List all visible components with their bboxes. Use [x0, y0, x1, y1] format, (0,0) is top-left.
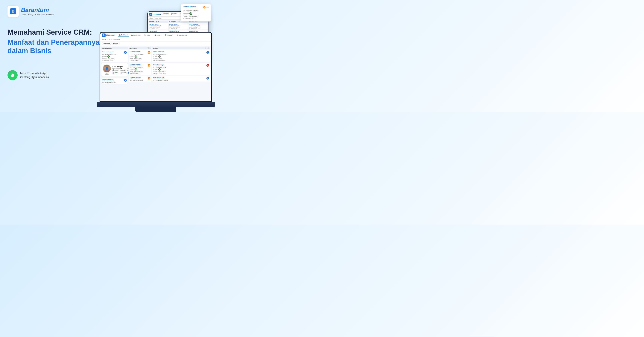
agent-team: TeamJakarta [105, 73, 109, 75]
brand-tagline: CRM, Chats, & Call Center Software [21, 14, 54, 16]
agent-avatar: 👤 [103, 64, 111, 72]
tablet-logo: B Barantum [149, 13, 161, 16]
breadcrumb-icon: ⊞ [109, 39, 110, 40]
ticket-ip2-badge: FW [148, 64, 150, 66]
ticket-bottom-1: 6285730933317 2D ID : TICKETS-13576878 [102, 78, 128, 84]
tablet-card-6: 6285710950378 ID : TICKETS-12874214 Owne… [188, 23, 208, 30]
brand-name: Barantum [21, 7, 54, 13]
fc-top-row: Kendala koneksi FW ⋯ [183, 6, 209, 9]
headline-line1: Memahami Service CRM: [8, 28, 105, 37]
crm-subheader: Tickets › ⊞ › Tickets Grid [100, 38, 211, 42]
tablet-logo-text: Barantum [153, 13, 161, 15]
floating-ticket-card: Kendala koneksi FW ⋯ ID : TICKETS-135279… [181, 4, 211, 22]
svg-text:B: B [12, 9, 14, 13]
laptop-crm-interface: B Barantum 🏠 Dashboard 👥 Customers ▾ 📋 A… [100, 32, 211, 101]
fc-contacts: Contacts FW [183, 12, 209, 15]
breadcrumb-grid: Tickets Grid [113, 39, 120, 40]
wa-badge: Mitra Resmi WhatsApp Centang Hijau Indon… [8, 70, 105, 80]
fc-ticket-title: Kendala koneksi [183, 6, 196, 8]
channel-1: 20/100 [112, 72, 119, 74]
logo-area: B Barantum CRM, Chats, & Call Center Sof… [8, 6, 105, 17]
tablet-card-3: 6285747936379 ID : TICKETS-13527944 Owne… [169, 23, 188, 30]
logo-icon: B [8, 6, 19, 17]
headline-line2: Manfaat dan Penerapannya [8, 38, 105, 47]
logo-text-area: Barantum CRM, Chats, & Call Center Softw… [21, 7, 54, 16]
left-column: Kendala Log In Kendala Log In 2D ID : TI… [102, 47, 128, 100]
nav-omni[interactable]: 📡 Omnichannels [176, 34, 188, 36]
started-column: Started 13 Data 6285710950378 2 ID : TIC… [152, 47, 210, 100]
ticket-ip3-badge: FW [148, 77, 150, 80]
wa-line2: Centang Hijau Indonesia [20, 75, 49, 79]
nav-presales[interactable]: 🎯 Pre-Sales ▾ [164, 34, 174, 36]
crm-logo-text: Barantum [106, 34, 115, 36]
tablet-nav-dashboard[interactable]: Dashboard [162, 12, 170, 16]
agent-card: 👤 TeamJakarta Andi Hutapea Open Tickets … [102, 63, 128, 76]
nav-activity[interactable]: 📋 Activity ▾ [143, 34, 152, 36]
ticket1-badge: 2D [124, 51, 127, 54]
everyone-select[interactable]: Everyone ▾ [102, 43, 111, 45]
whatsapp-icon [8, 70, 18, 80]
default-select[interactable]: Default ▾ [112, 43, 119, 45]
inprogress-column: In Progress 7 Data 6285747936379 FW ID :… [129, 47, 151, 100]
fc-owner: Owner : Demo Sales 2 [183, 16, 209, 18]
tablet-breadcrumb-grid: Tickets Grid [155, 18, 161, 19]
nav-deals[interactable]: 💼 Deals ▾ [154, 34, 162, 36]
laptop-stand [135, 107, 176, 112]
crm-toolbar: Everyone ▾ Default ▾ [100, 42, 211, 46]
tablet-nav-customers[interactable]: Customers ▾ [171, 12, 178, 16]
crm-body: Kendala Log In Kendala Log In 2D ID : TI… [100, 46, 211, 101]
nav-dashboard[interactable]: 🏠 Dashboard [118, 34, 129, 36]
wa-text: Mitra Resmi WhatsApp Centang Hijau Indon… [20, 71, 49, 79]
ticket-inprogress-3: 6285171561658 FW ID : TICKETS-13253692 [129, 76, 151, 82]
ticket-ip1-badge: FW [148, 51, 150, 54]
default-label: Default [113, 43, 117, 44]
crm-logo-icon: B [102, 34, 106, 37]
tablet-card-1: Kendala Log In ID : TICKETS-13597564 Own… [149, 23, 168, 30]
ticket-inprogress-1: 6285747936379 FW ID : TICKETS-13527944 C… [129, 50, 151, 62]
ticket-started-1: 6285710950378 2 ID : TICKETS-12874214 Co… [152, 50, 210, 62]
tablet-breadcrumb-tickets: Tickets [149, 18, 153, 19]
fc-ticket-id: ID : TICKETS-13527944 [183, 10, 209, 12]
ticket-s3-badge: DT [206, 77, 209, 80]
fc-menu-dots[interactable]: ⋯ [206, 6, 209, 9]
left-section: B Barantum CRM, Chats, & Call Center Sof… [8, 0, 105, 112]
channel-2: 13/100 [120, 72, 126, 74]
fc-date: 31 May 2024 14:17 [183, 18, 209, 20]
fc-avatar: FW [203, 6, 206, 8]
headline-line3: dalam Bisnis [8, 46, 105, 55]
laptop-device: B Barantum 🏠 Dashboard 👥 Customers ▾ 📋 A… [97, 32, 215, 112]
wa-line1: Mitra Resmi WhatsApp [20, 71, 49, 75]
ticket-inprogress-2: 62895384785503 FW ID : TICKETS-13302129 … [129, 63, 151, 75]
ticket-bottom1-badge: 2D [124, 79, 127, 82]
fc-contacts-avatar: FW [190, 12, 192, 15]
tablet-col1-header: Kendala Log In [149, 20, 168, 23]
ticket-s2-badge: RD [206, 64, 209, 66]
crm-logo: B Barantum [102, 34, 115, 37]
tablet-logo-icon: B [149, 13, 152, 16]
ticket-s1-badge: 2 [206, 51, 209, 54]
laptop-screen: B Barantum 🏠 Dashboard 👥 Customers ▾ 📋 A… [100, 32, 212, 102]
col-kendalalogin-header: Kendala Log In [102, 47, 128, 50]
col-inprogress-header: In Progress 7 Data [129, 47, 151, 50]
right-section: Kendala koneksi FW ⋯ ID : TICKETS-135279… [95, 0, 215, 112]
breadcrumb-tickets: Tickets [102, 39, 106, 40]
ticket-started-2: tidak bisa login RD ID : TICKETS-1277074… [152, 63, 210, 75]
laptop-base [97, 102, 215, 108]
crm-header: B Barantum 🏠 Dashboard 👥 Customers ▾ 📋 A… [100, 32, 211, 38]
nav-customers[interactable]: 👥 Customers ▾ [130, 34, 142, 36]
col-started-header: Started 13 Data [152, 47, 210, 50]
ticket-started-3: Data Ticket 205 DT ID : TICKETS-21777282… [152, 76, 210, 82]
ticket-kendalalogin-1: Kendala Log In 2D ID : TICKETS-13597564 … [102, 50, 128, 62]
everyone-label: Everyone [103, 43, 109, 44]
headline-section: Memahami Service CRM: Manfaat dan Penera… [8, 28, 105, 55]
